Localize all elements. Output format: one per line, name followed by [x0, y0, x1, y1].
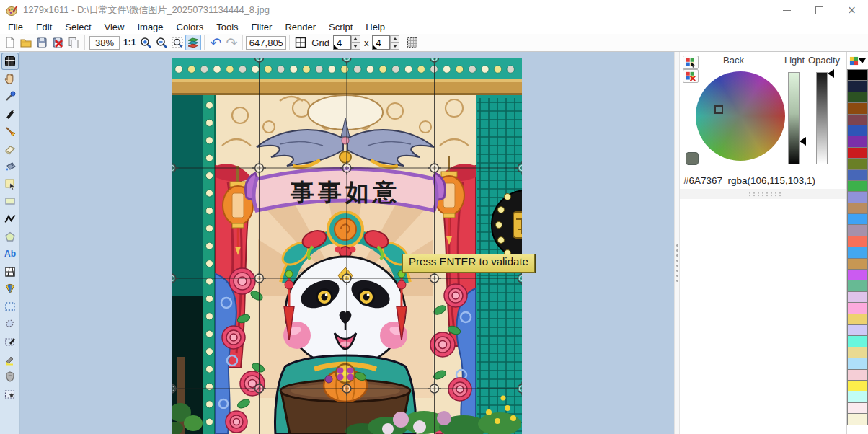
palette-swatch[interactable] [847, 203, 868, 214]
grid-handle[interactable] [252, 382, 266, 396]
palette-swatch[interactable] [847, 136, 868, 147]
eraser-tool[interactable] [1, 140, 19, 157]
menu-colors[interactable]: Colors [170, 21, 211, 33]
grid-handle[interactable] [172, 161, 179, 175]
grid-handle[interactable] [340, 58, 354, 65]
flood-fill-tool[interactable] [1, 158, 19, 175]
palette-swatch[interactable] [847, 302, 868, 314]
deformation-grid-tool[interactable] [1, 53, 19, 70]
magic-wand-tool[interactable] [1, 386, 19, 403]
palette-swatch[interactable] [847, 280, 868, 291]
color-wheel-selector[interactable] [714, 105, 723, 114]
palette-swatch[interactable] [847, 147, 868, 159]
palette-swatch[interactable] [847, 380, 868, 391]
lasso-tool[interactable] [1, 315, 19, 332]
grid-handle[interactable] [428, 58, 441, 65]
save-as-button[interactable] [50, 35, 66, 50]
grid-handle[interactable] [515, 272, 523, 285]
grid-quantify-button[interactable] [293, 35, 309, 50]
grid-handle[interactable] [340, 382, 354, 396]
panel-grip-icon[interactable] [748, 192, 781, 197]
redo-button[interactable]: ↷ [223, 35, 239, 50]
palette-swatch[interactable] [847, 92, 868, 103]
polyline-tool[interactable] [1, 211, 19, 228]
grid-handle[interactable] [515, 161, 523, 175]
menu-image[interactable]: Image [130, 21, 169, 33]
palette-swatch[interactable] [847, 369, 868, 381]
current-color-swatch[interactable] [686, 152, 699, 165]
menu-select[interactable]: Select [58, 21, 97, 33]
palette-swatch[interactable] [847, 258, 868, 270]
brush-tool[interactable] [1, 123, 19, 140]
grid-rows-up-button[interactable] [390, 35, 399, 43]
pick-palette-color-button[interactable] [683, 56, 699, 69]
grid-rows-field[interactable]: 4 [372, 35, 390, 50]
minimize-button[interactable] [771, 0, 803, 20]
grid-handle[interactable] [252, 58, 266, 65]
palette-swatch[interactable] [847, 158, 868, 169]
back-color-label[interactable]: Back [723, 55, 744, 66]
palette-swatch[interactable] [847, 169, 868, 181]
grid-handle[interactable] [515, 382, 523, 396]
zoom-fit-button[interactable] [169, 35, 185, 50]
palette-swatch[interactable] [847, 191, 868, 203]
palette-swatch[interactable] [847, 324, 868, 336]
palette-swatch[interactable] [847, 269, 868, 280]
panel-splitter[interactable] [674, 52, 680, 434]
palette-swatch[interactable] [847, 335, 868, 347]
selection-pen-tool[interactable] [1, 333, 19, 350]
grid-handle[interactable] [172, 272, 179, 285]
grid-cols-up-button[interactable] [351, 35, 360, 43]
opacity-slider[interactable] [816, 72, 828, 164]
grid-rows-spinner[interactable]: 4 [372, 35, 399, 50]
menu-file[interactable]: File [1, 21, 30, 33]
open-file-button[interactable] [18, 35, 34, 50]
copy-button[interactable] [66, 35, 81, 50]
palette-swatch[interactable] [847, 180, 868, 192]
perspective-tool[interactable] [1, 263, 19, 280]
menu-script[interactable]: Script [322, 21, 359, 33]
photo-image[interactable]: 事事如意 [172, 58, 522, 434]
menu-view[interactable]: View [98, 21, 131, 33]
light-slider-cursor[interactable] [800, 137, 806, 146]
palette-swatch[interactable] [847, 114, 868, 125]
grid-handle[interactable] [252, 272, 266, 285]
grid-cols-field[interactable]: 4 [333, 35, 351, 50]
zoom-out-button[interactable] [154, 35, 169, 50]
grid-handle[interactable] [428, 161, 441, 175]
palette-swatch[interactable] [847, 69, 868, 81]
highlighter-tool[interactable] [1, 350, 19, 368]
opacity-slider-cursor[interactable] [828, 69, 834, 78]
palette-swatch[interactable] [847, 413, 868, 425]
palette-swatch[interactable] [847, 247, 868, 258]
maximize-button[interactable] [803, 0, 836, 20]
polygon-tool[interactable] [1, 228, 19, 245]
text-tool[interactable]: Ab [1, 245, 19, 262]
palette-swatch[interactable] [847, 347, 868, 358]
actual-size-button[interactable]: 1:1 [123, 37, 136, 48]
grid-handle[interactable] [428, 272, 441, 285]
menu-edit[interactable]: Edit [30, 21, 58, 33]
grid-handle[interactable] [340, 161, 354, 175]
grid-cols-spinner[interactable]: 4 [333, 35, 360, 50]
menu-filter[interactable]: Filter [245, 21, 279, 33]
palette-swatch[interactable] [847, 391, 868, 402]
grid-pattern-button[interactable] [404, 35, 420, 50]
clone-stamp-tool[interactable] [1, 368, 19, 385]
menu-tools[interactable]: Tools [210, 21, 244, 33]
grid-handle[interactable] [252, 161, 266, 175]
undo-button[interactable]: ↶ [208, 35, 223, 50]
zoom-value-box[interactable]: 38% [89, 36, 120, 50]
grid-handle[interactable] [428, 382, 441, 396]
remove-palette-color-button[interactable] [683, 69, 699, 83]
zoom-in-button[interactable] [138, 35, 154, 50]
grid-rows-down-button[interactable] [390, 43, 399, 50]
palette-swatch[interactable] [847, 102, 868, 114]
palette-swatch[interactable] [847, 314, 868, 325]
palette-swatch[interactable] [847, 213, 868, 225]
grid-handle[interactable] [172, 382, 179, 396]
palette-swatch[interactable] [847, 125, 868, 136]
rectangle-tool[interactable] [1, 192, 19, 210]
pen-tool[interactable] [1, 105, 19, 123]
palette-swatch[interactable] [847, 402, 868, 414]
